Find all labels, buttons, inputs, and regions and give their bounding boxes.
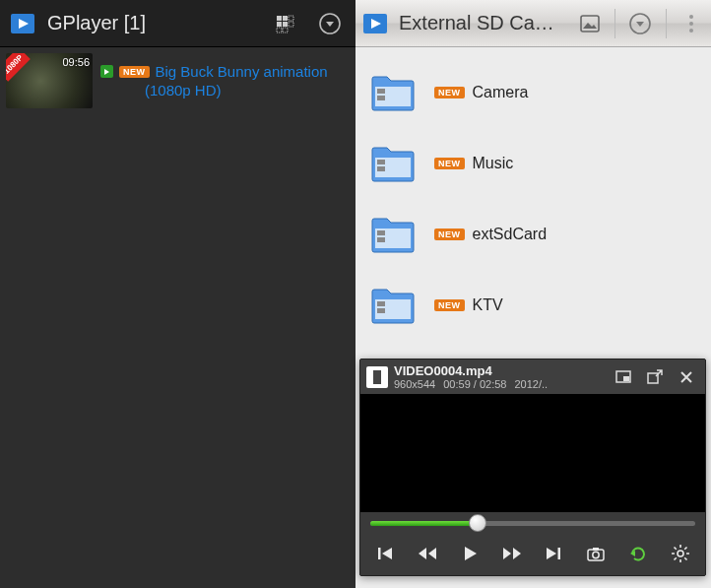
grid-view-icon[interactable] [267, 6, 302, 41]
svg-line-57 [684, 548, 686, 550]
svg-marker-15 [583, 23, 597, 29]
svg-rect-2 [277, 16, 282, 21]
app-title: GPlayer [1] [47, 12, 146, 34]
svg-marker-41 [503, 548, 511, 559]
app-icon [8, 9, 37, 38]
new-badge: NEW [434, 87, 465, 98]
video-duration: 09:56 [62, 56, 90, 68]
svg-rect-26 [377, 166, 385, 171]
svg-rect-4 [289, 16, 293, 21]
app-icon [361, 9, 389, 38]
breadcrumb-title[interactable]: External SD Car... [399, 12, 556, 34]
svg-point-47 [593, 552, 599, 557]
video-title-line2: (1080p HD) [145, 82, 328, 98]
svg-marker-39 [428, 548, 436, 559]
svg-rect-14 [581, 16, 599, 32]
svg-rect-6 [283, 22, 288, 27]
left-topbar: GPlayer [1] [0, 0, 356, 47]
mini-player-progress[interactable] [360, 512, 705, 534]
progress-track[interactable] [370, 521, 695, 526]
svg-marker-11 [326, 22, 334, 27]
camera-icon[interactable] [581, 540, 611, 567]
rewind-button[interactable] [413, 540, 442, 567]
mini-player-titleblock: VIDEO0004.mp4 960x544 00:59 / 02:58 2012… [394, 363, 605, 390]
svg-point-49 [678, 551, 683, 556]
svg-line-54 [674, 548, 676, 550]
svg-rect-23 [377, 96, 385, 100]
svg-rect-3 [283, 16, 288, 21]
video-file-icon [366, 366, 388, 388]
svg-rect-44 [558, 548, 561, 559]
folder-label: Camera [473, 84, 529, 101]
mini-player-time: 00:59 / 02:58 [443, 378, 506, 390]
settings-icon[interactable] [666, 540, 695, 567]
image-icon[interactable] [576, 6, 603, 41]
svg-rect-34 [623, 376, 629, 381]
svg-point-18 [689, 15, 693, 19]
new-badge: NEW [434, 158, 465, 169]
right-panel: External SD Car... NEW Camera [356, 0, 711, 588]
video-text: NEW Big Buck Bunny animation (1080p HD) [100, 53, 328, 108]
pip-icon[interactable] [611, 364, 636, 390]
svg-point-20 [689, 29, 693, 33]
popout-icon[interactable] [642, 364, 668, 390]
new-badge: NEW [434, 229, 465, 240]
close-icon[interactable] [674, 364, 699, 390]
mini-player-header[interactable]: VIDEO0004.mp4 960x544 00:59 / 02:58 2012… [360, 359, 705, 394]
svg-rect-36 [378, 548, 381, 559]
mini-player-controls [360, 534, 705, 575]
play-button[interactable] [455, 540, 485, 567]
dropdown-icon[interactable] [627, 6, 654, 41]
svg-marker-37 [382, 548, 392, 559]
video-thumbnail: 1080P 09:56 [6, 53, 93, 108]
play-icon [100, 65, 113, 78]
new-badge: NEW [434, 299, 465, 311]
svg-marker-42 [513, 548, 521, 559]
svg-line-55 [684, 557, 686, 559]
svg-marker-43 [547, 548, 556, 559]
svg-rect-9 [283, 28, 288, 33]
svg-point-19 [689, 22, 693, 26]
folder-label: extSdCard [473, 226, 548, 243]
progress-handle[interactable] [469, 514, 486, 532]
folder-item-music[interactable]: NEW Music [356, 128, 711, 199]
progress-fill [370, 521, 478, 526]
svg-marker-38 [419, 548, 426, 559]
mini-player[interactable]: VIDEO0004.mp4 960x544 00:59 / 02:58 2012… [359, 359, 706, 576]
mini-player-date: 2012/.. [514, 378, 548, 390]
mini-player-resolution: 960x544 [394, 378, 435, 390]
repeat-icon[interactable] [623, 540, 653, 567]
video-item[interactable]: 1080P 09:56 NEW Big Buck Bunny animation… [0, 47, 356, 114]
resolution-badge: 1080P [6, 53, 31, 82]
mini-player-title: VIDEO0004.mp4 [394, 363, 605, 378]
folder-item-camera[interactable]: NEW Camera [356, 57, 711, 128]
folder-item-ktv[interactable]: NEW KTV [356, 270, 711, 341]
folder-icon [369, 73, 417, 112]
svg-rect-22 [377, 89, 385, 94]
new-badge: NEW [119, 66, 150, 78]
folder-item-extsdcard[interactable]: NEW extSdCard [356, 199, 711, 270]
dropdown-icon[interactable] [312, 6, 348, 41]
svg-rect-25 [377, 160, 385, 164]
mini-player-video-area[interactable] [360, 394, 705, 512]
svg-marker-17 [636, 22, 644, 27]
left-panel: GPlayer [1] 1080P 09:56 NEW Big Buck Bun… [0, 0, 356, 588]
svg-rect-28 [377, 230, 385, 235]
folder-icon [369, 286, 417, 325]
svg-marker-40 [465, 547, 477, 560]
folder-label: KTV [473, 296, 503, 314]
folder-icon [369, 144, 417, 183]
svg-rect-46 [593, 548, 599, 551]
folder-icon [369, 215, 417, 254]
svg-rect-5 [277, 22, 282, 27]
next-button[interactable] [539, 540, 568, 567]
svg-line-56 [674, 557, 676, 559]
video-title-line1: Big Buck Bunny animation [156, 63, 328, 80]
fast-forward-button[interactable] [497, 540, 527, 567]
overflow-menu-icon[interactable] [679, 6, 705, 41]
previous-button[interactable] [370, 540, 400, 567]
svg-rect-8 [277, 28, 282, 33]
svg-rect-7 [289, 22, 293, 27]
svg-rect-32 [377, 308, 385, 313]
folder-label: Music [473, 155, 514, 172]
